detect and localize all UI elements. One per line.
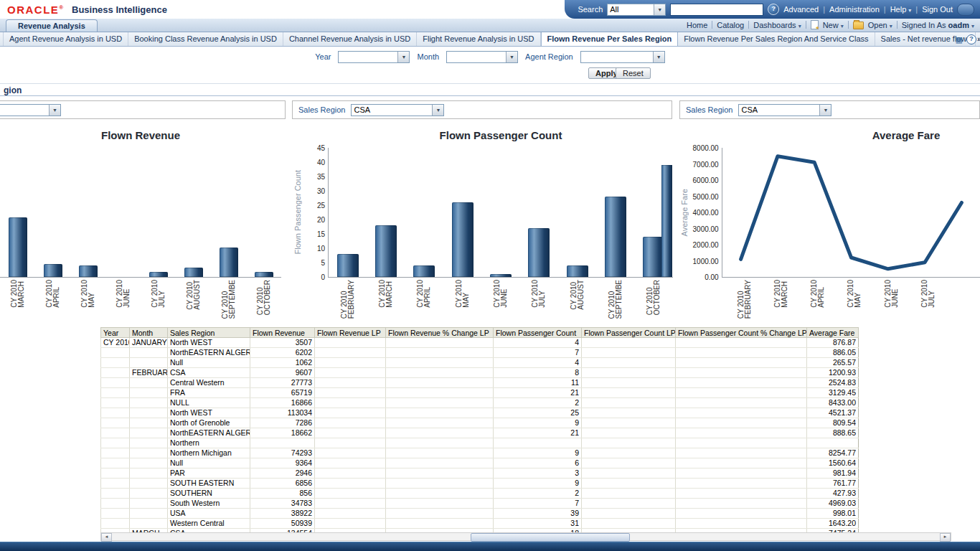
x-axis-label: CY 2010OCTOBER xyxy=(635,280,673,315)
page-tab-agent-revenue[interactable]: Agent Revenue Analysis in USD xyxy=(3,32,128,46)
cell-sales-region[interactable]: CSA xyxy=(168,368,250,378)
cell-flown-revenue-lp xyxy=(315,438,386,448)
column-header-flown-revenue-change-lp: Flown Revenue % Change LP xyxy=(386,328,494,338)
global-header-right: Search All ▼ ? Advanced | Administration… xyxy=(565,0,980,19)
chart-bar[interactable] xyxy=(375,225,397,277)
column-header-flown-passenger-count-lp: Flown Passenger Count LP xyxy=(582,328,676,338)
cell-sales-region[interactable]: PAR xyxy=(168,468,250,479)
cell-sales-region[interactable]: USA xyxy=(168,509,250,519)
cell-flown-revenue-lp xyxy=(315,408,386,418)
dropdown-arrow-icon: ▼ xyxy=(653,52,664,62)
panel-filter-box: Sales Region CSA ▼ xyxy=(679,100,980,119)
chart-bar[interactable] xyxy=(452,202,473,277)
administration-link[interactable]: Administration xyxy=(829,5,880,14)
scroll-right-arrow-icon[interactable]: ► xyxy=(940,533,951,542)
cell-sales-region[interactable]: SOUTHERN xyxy=(168,489,250,499)
nav-catalog[interactable]: Catalog xyxy=(717,21,744,29)
chart-bar[interactable] xyxy=(255,272,273,277)
cell-sales-region[interactable]: NorthEASTERN ALGERIA xyxy=(168,428,250,438)
cell-sales-region[interactable]: NULL xyxy=(168,398,250,408)
cell-flown-passenger-count-change-lp xyxy=(676,348,807,358)
chart-bar[interactable] xyxy=(149,272,168,277)
nav-new[interactable]: New ▾ xyxy=(823,21,844,29)
cell-month xyxy=(130,519,168,529)
scrollbar-thumb[interactable] xyxy=(471,533,630,542)
y-axis-tick: 20 xyxy=(317,216,325,224)
chart-bar[interactable] xyxy=(9,217,27,277)
chart-bar[interactable] xyxy=(220,248,238,277)
sales-region-select[interactable]: CSA ▼ xyxy=(738,104,831,116)
cell-flown-passenger-count-lp xyxy=(582,388,676,398)
cell-flown-passenger-count-lp xyxy=(582,358,676,368)
cell-sales-region[interactable]: Northern Michigan xyxy=(168,448,250,458)
signed-in-as[interactable]: Signed In As oadm ▾ xyxy=(902,21,974,29)
cell-sales-region[interactable]: FRA xyxy=(168,388,250,398)
x-axis-label: CY 2010JULY xyxy=(910,280,946,308)
chart-bar[interactable] xyxy=(413,265,435,277)
cell-average-fare: 1200.93 xyxy=(807,368,859,378)
chart-bar[interactable] xyxy=(337,254,359,277)
page-tab-flown-revenue-per-sales-region[interactable]: Flown Revenue Per Sales Region xyxy=(541,32,679,46)
nav-dashboards[interactable]: Dashboards ▾ xyxy=(753,21,801,29)
advanced-link[interactable]: Advanced xyxy=(783,5,819,14)
scroll-left-arrow-icon[interactable]: ◄ xyxy=(101,533,112,542)
y-axis-tick: 3000.00 xyxy=(693,225,719,232)
chart-bar[interactable] xyxy=(44,264,62,277)
help-menu[interactable]: Help ▾ xyxy=(890,5,912,14)
cell-flown-revenue-change-lp xyxy=(386,499,494,509)
chart-bar[interactable] xyxy=(567,265,588,277)
horizontal-scrollbar[interactable]: ◄ ► xyxy=(100,532,951,541)
cell-sales-region[interactable]: Western Central xyxy=(168,519,250,529)
page-tab-flown-revenue-service-class[interactable]: Flown Revenue Per Sales Region And Servi… xyxy=(678,32,875,46)
cell-sales-region[interactable]: SOUTH EASTERN xyxy=(168,479,250,489)
cell-flown-revenue xyxy=(250,438,315,448)
page-tab-channel-revenue[interactable]: Channel Revenue Analysis in USD xyxy=(283,32,417,46)
dashboard-tab-revenue-analysis[interactable]: Revenue Analysis xyxy=(6,19,98,32)
column-header-flown-passenger-count: Flown Passenger Count xyxy=(494,328,582,338)
region-select[interactable]: ▼ xyxy=(0,104,61,116)
nav-home[interactable]: Home xyxy=(687,21,707,29)
x-axis-label: CY 2010MAY xyxy=(70,280,105,308)
cell-flown-passenger-count xyxy=(494,438,582,448)
nav-open[interactable]: Open ▾ xyxy=(868,21,892,29)
chart-bar[interactable] xyxy=(661,165,672,277)
cell-sales-region[interactable]: North of Grenoble xyxy=(168,418,250,428)
cell-sales-region[interactable]: North WEST xyxy=(168,338,250,348)
y-axis-tick: 0 xyxy=(321,273,325,281)
x-axis-label: CY 2010FEBRUARY xyxy=(329,280,367,319)
page-tab-flight-revenue[interactable]: Flight Revenue Analysis in USD xyxy=(417,32,540,46)
cell-flown-passenger-count: 9 xyxy=(494,448,582,458)
cell-sales-region[interactable]: Central Western xyxy=(168,378,250,388)
year-select[interactable]: ▼ xyxy=(338,51,410,63)
chart-bar[interactable] xyxy=(528,228,550,277)
cell-sales-region[interactable]: NorthEASTERN ALGERIA xyxy=(168,348,250,358)
cell-flown-revenue: 9364 xyxy=(250,458,315,468)
cell-flown-passenger-count: 6 xyxy=(494,458,582,468)
chart-bar[interactable] xyxy=(490,274,512,277)
cell-sales-region[interactable]: Null xyxy=(168,358,250,368)
cell-sales-region[interactable]: North WEST xyxy=(168,408,250,418)
page-tab-booking-class-revenue[interactable]: Booking Class Revenue Analysis in USD xyxy=(128,32,283,46)
cell-average-fare: 427.93 xyxy=(807,489,859,499)
page-options-icon[interactable]: ▦ xyxy=(956,36,963,44)
reset-button[interactable]: Reset xyxy=(616,67,651,79)
cell-flown-revenue-change-lp xyxy=(386,418,494,428)
cell-sales-region[interactable]: Northern xyxy=(168,438,250,448)
cell-flown-revenue-lp xyxy=(315,458,386,468)
inline-help-icon[interactable]: ? xyxy=(768,4,779,15)
cell-year xyxy=(101,408,130,418)
chart-bar[interactable] xyxy=(79,265,98,277)
chart-bar[interactable] xyxy=(605,197,626,277)
cell-sales-region[interactable]: Null xyxy=(168,458,250,468)
cell-month xyxy=(130,398,168,408)
agent-region-select[interactable]: ▼ xyxy=(580,51,665,63)
search-input[interactable] xyxy=(670,4,763,16)
cell-sales-region[interactable]: South Western xyxy=(168,499,250,509)
chevron-down-icon: ▾ xyxy=(798,23,801,29)
search-scope-select[interactable]: All ▼ xyxy=(607,4,666,16)
sales-region-select[interactable]: CSA ▼ xyxy=(351,104,444,116)
sign-out-link[interactable]: Sign Out xyxy=(922,5,953,14)
chart-bar[interactable] xyxy=(184,268,203,277)
help-icon[interactable]: ? xyxy=(966,34,976,44)
month-select[interactable]: ▼ xyxy=(446,51,518,63)
